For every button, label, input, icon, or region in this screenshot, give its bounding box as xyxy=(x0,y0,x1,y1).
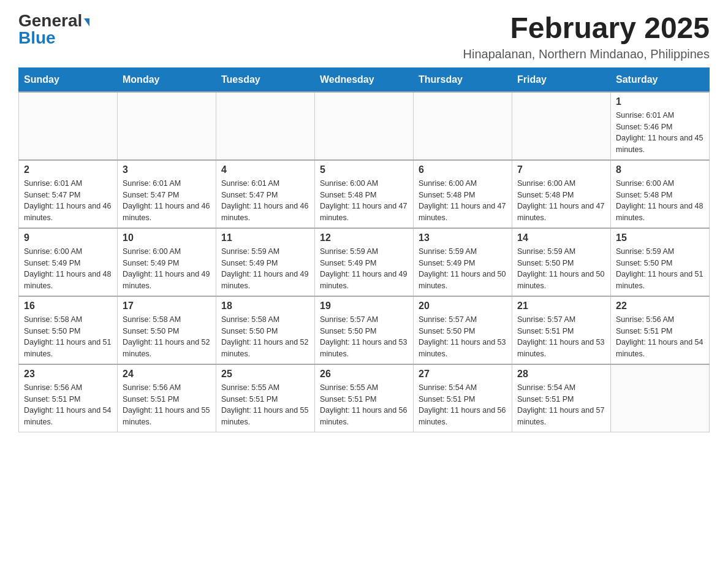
calendar-week-row: 1Sunrise: 6:01 AMSunset: 5:46 PMDaylight… xyxy=(19,92,710,160)
calendar-day-cell: 20Sunrise: 5:57 AMSunset: 5:50 PMDayligh… xyxy=(414,296,512,364)
calendar-day-cell: 4Sunrise: 6:01 AMSunset: 5:47 PMDaylight… xyxy=(216,160,315,228)
day-number: 23 xyxy=(24,369,112,380)
calendar-day-cell: 3Sunrise: 6:01 AMSunset: 5:47 PMDaylight… xyxy=(118,160,216,228)
day-number: 27 xyxy=(419,369,507,380)
day-number: 7 xyxy=(517,164,605,175)
day-info: Sunrise: 5:59 AMSunset: 5:49 PMDaylight:… xyxy=(221,246,309,292)
day-info: Sunrise: 6:00 AMSunset: 5:48 PMDaylight:… xyxy=(320,178,408,224)
day-info: Sunrise: 5:55 AMSunset: 5:51 PMDaylight:… xyxy=(320,382,408,428)
calendar-day-cell: 8Sunrise: 6:00 AMSunset: 5:48 PMDaylight… xyxy=(611,160,710,228)
month-title: February 2025 xyxy=(463,12,710,45)
weekday-header-saturday: Saturday xyxy=(611,67,710,92)
day-number: 14 xyxy=(517,232,605,243)
calendar-day-cell xyxy=(611,364,710,432)
weekday-header-sunday: Sunday xyxy=(19,67,118,92)
calendar-day-cell: 15Sunrise: 5:59 AMSunset: 5:50 PMDayligh… xyxy=(611,228,710,296)
calendar-day-cell: 10Sunrise: 6:00 AMSunset: 5:49 PMDayligh… xyxy=(118,228,216,296)
calendar-day-cell xyxy=(414,92,512,160)
logo-text-blue: Blue xyxy=(18,28,56,47)
calendar-day-cell: 14Sunrise: 5:59 AMSunset: 5:50 PMDayligh… xyxy=(512,228,611,296)
calendar-day-cell: 13Sunrise: 5:59 AMSunset: 5:49 PMDayligh… xyxy=(414,228,512,296)
calendar-day-cell: 16Sunrise: 5:58 AMSunset: 5:50 PMDayligh… xyxy=(19,296,118,364)
calendar-week-row: 9Sunrise: 6:00 AMSunset: 5:49 PMDaylight… xyxy=(19,228,710,296)
calendar-day-cell: 9Sunrise: 6:00 AMSunset: 5:49 PMDaylight… xyxy=(19,228,118,296)
day-info: Sunrise: 6:01 AMSunset: 5:47 PMDaylight:… xyxy=(24,178,112,224)
day-number: 10 xyxy=(123,232,211,243)
calendar-day-cell: 24Sunrise: 5:56 AMSunset: 5:51 PMDayligh… xyxy=(118,364,216,432)
calendar-day-cell: 7Sunrise: 6:00 AMSunset: 5:48 PMDaylight… xyxy=(512,160,611,228)
day-number: 22 xyxy=(616,301,704,312)
day-number: 26 xyxy=(320,369,408,380)
day-number: 11 xyxy=(221,232,309,243)
calendar-week-row: 2Sunrise: 6:01 AMSunset: 5:47 PMDaylight… xyxy=(19,160,710,228)
day-number: 17 xyxy=(123,301,211,312)
calendar-day-cell: 12Sunrise: 5:59 AMSunset: 5:49 PMDayligh… xyxy=(315,228,414,296)
day-info: Sunrise: 5:57 AMSunset: 5:51 PMDaylight:… xyxy=(517,314,605,360)
calendar-week-row: 16Sunrise: 5:58 AMSunset: 5:50 PMDayligh… xyxy=(19,296,710,364)
day-info: Sunrise: 6:00 AMSunset: 5:49 PMDaylight:… xyxy=(123,246,211,292)
day-info: Sunrise: 5:56 AMSunset: 5:51 PMDaylight:… xyxy=(123,382,211,428)
calendar-day-cell xyxy=(19,92,118,160)
calendar-day-cell: 21Sunrise: 5:57 AMSunset: 5:51 PMDayligh… xyxy=(512,296,611,364)
day-number: 25 xyxy=(221,369,309,380)
calendar-day-cell: 26Sunrise: 5:55 AMSunset: 5:51 PMDayligh… xyxy=(315,364,414,432)
calendar-day-cell xyxy=(512,92,611,160)
calendar-table: SundayMondayTuesdayWednesdayThursdayFrid… xyxy=(18,67,710,432)
calendar-day-cell xyxy=(216,92,315,160)
day-number: 2 xyxy=(24,164,112,175)
day-number: 9 xyxy=(24,232,112,243)
day-number: 20 xyxy=(419,301,507,312)
day-info: Sunrise: 6:00 AMSunset: 5:48 PMDaylight:… xyxy=(419,178,507,224)
day-info: Sunrise: 6:00 AMSunset: 5:48 PMDaylight:… xyxy=(517,178,605,224)
day-number: 8 xyxy=(616,164,704,175)
day-info: Sunrise: 6:01 AMSunset: 5:47 PMDaylight:… xyxy=(123,178,211,224)
calendar-day-cell: 11Sunrise: 5:59 AMSunset: 5:49 PMDayligh… xyxy=(216,228,315,296)
day-info: Sunrise: 5:57 AMSunset: 5:50 PMDaylight:… xyxy=(419,314,507,360)
calendar-day-cell: 2Sunrise: 6:01 AMSunset: 5:47 PMDaylight… xyxy=(19,160,118,228)
calendar-day-cell: 19Sunrise: 5:57 AMSunset: 5:50 PMDayligh… xyxy=(315,296,414,364)
day-info: Sunrise: 6:01 AMSunset: 5:46 PMDaylight:… xyxy=(616,110,704,156)
day-number: 13 xyxy=(419,232,507,243)
day-number: 16 xyxy=(24,301,112,312)
day-number: 3 xyxy=(123,164,211,175)
calendar-day-cell: 1Sunrise: 6:01 AMSunset: 5:46 PMDaylight… xyxy=(611,92,710,160)
day-number: 4 xyxy=(221,164,309,175)
weekday-header-tuesday: Tuesday xyxy=(216,67,315,92)
day-info: Sunrise: 5:59 AMSunset: 5:50 PMDaylight:… xyxy=(517,246,605,292)
day-number: 24 xyxy=(123,369,211,380)
day-info: Sunrise: 5:55 AMSunset: 5:51 PMDaylight:… xyxy=(221,382,309,428)
day-number: 5 xyxy=(320,164,408,175)
logo: General Blue xyxy=(18,12,89,47)
title-area: February 2025 Hinapalanan, Northern Mind… xyxy=(463,12,710,61)
day-info: Sunrise: 5:56 AMSunset: 5:51 PMDaylight:… xyxy=(616,314,704,360)
weekday-header-wednesday: Wednesday xyxy=(315,67,414,92)
weekday-header-friday: Friday xyxy=(512,67,611,92)
calendar-day-cell: 17Sunrise: 5:58 AMSunset: 5:50 PMDayligh… xyxy=(118,296,216,364)
calendar-day-cell: 18Sunrise: 5:58 AMSunset: 5:50 PMDayligh… xyxy=(216,296,315,364)
weekday-header-monday: Monday xyxy=(118,67,216,92)
day-info: Sunrise: 6:00 AMSunset: 5:49 PMDaylight:… xyxy=(24,246,112,292)
calendar-day-cell xyxy=(315,92,414,160)
calendar-day-cell: 6Sunrise: 6:00 AMSunset: 5:48 PMDaylight… xyxy=(414,160,512,228)
calendar-day-cell: 5Sunrise: 6:00 AMSunset: 5:48 PMDaylight… xyxy=(315,160,414,228)
location-title: Hinapalanan, Northern Mindanao, Philippi… xyxy=(463,47,710,61)
day-info: Sunrise: 5:58 AMSunset: 5:50 PMDaylight:… xyxy=(221,314,309,360)
day-info: Sunrise: 5:58 AMSunset: 5:50 PMDaylight:… xyxy=(24,314,112,360)
day-info: Sunrise: 5:59 AMSunset: 5:50 PMDaylight:… xyxy=(616,246,704,292)
calendar-day-cell: 27Sunrise: 5:54 AMSunset: 5:51 PMDayligh… xyxy=(414,364,512,432)
day-info: Sunrise: 5:56 AMSunset: 5:51 PMDaylight:… xyxy=(24,382,112,428)
calendar-day-cell: 28Sunrise: 5:54 AMSunset: 5:51 PMDayligh… xyxy=(512,364,611,432)
calendar-day-cell xyxy=(118,92,216,160)
day-number: 6 xyxy=(419,164,507,175)
logo-text-general: General xyxy=(18,12,82,29)
day-info: Sunrise: 5:58 AMSunset: 5:50 PMDaylight:… xyxy=(123,314,211,360)
day-number: 21 xyxy=(517,301,605,312)
day-info: Sunrise: 5:54 AMSunset: 5:51 PMDaylight:… xyxy=(517,382,605,428)
weekday-header-row: SundayMondayTuesdayWednesdayThursdayFrid… xyxy=(19,67,710,92)
calendar-week-row: 23Sunrise: 5:56 AMSunset: 5:51 PMDayligh… xyxy=(19,364,710,432)
day-number: 28 xyxy=(517,369,605,380)
calendar-day-cell: 23Sunrise: 5:56 AMSunset: 5:51 PMDayligh… xyxy=(19,364,118,432)
day-info: Sunrise: 6:01 AMSunset: 5:47 PMDaylight:… xyxy=(221,178,309,224)
weekday-header-thursday: Thursday xyxy=(414,67,512,92)
day-number: 19 xyxy=(320,301,408,312)
